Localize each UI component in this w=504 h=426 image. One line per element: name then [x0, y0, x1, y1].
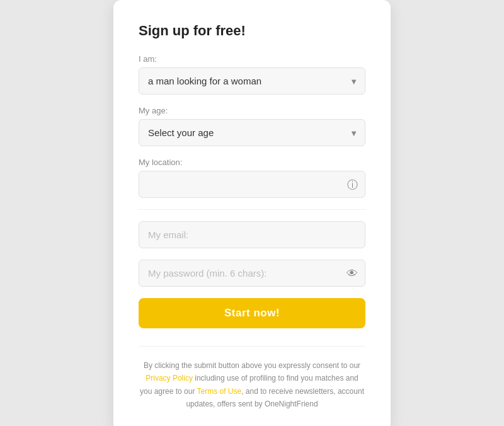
divider-1	[139, 209, 365, 210]
email-field-group	[139, 221, 365, 248]
privacy-policy-link[interactable]: Privacy Policy	[146, 374, 193, 383]
age-select[interactable]: Select your age 18 19 20 21 22 23 24 25 …	[139, 119, 365, 146]
iam-field-group: I am: a man looking for a woman a woman …	[139, 54, 365, 95]
help-icon[interactable]: ⓘ	[347, 177, 358, 192]
location-input-wrapper: ⓘ	[139, 171, 365, 198]
footer-text: By clicking the submit button above you …	[139, 346, 365, 411]
card-title: Sign up for free!	[139, 23, 365, 39]
location-input[interactable]	[139, 171, 365, 198]
start-button[interactable]: Start now!	[139, 298, 365, 328]
terms-of-use-link[interactable]: Terms of Use	[197, 387, 242, 396]
location-field-group: My location: ⓘ	[139, 158, 365, 198]
password-input[interactable]	[139, 260, 365, 287]
password-input-wrapper: 👁	[139, 260, 365, 287]
iam-select[interactable]: a man looking for a woman a woman lookin…	[139, 67, 365, 95]
age-label: My age:	[139, 106, 365, 115]
age-field-group: My age: Select your age 18 19 20 21 22 2…	[139, 106, 365, 146]
location-label: My location:	[139, 158, 365, 167]
signup-card: Sign up for free! I am: a man looking fo…	[113, 0, 391, 426]
iam-select-wrapper: a man looking for a woman a woman lookin…	[139, 67, 365, 95]
password-field-group: 👁	[139, 260, 365, 287]
email-input[interactable]	[139, 221, 365, 248]
eye-icon[interactable]: 👁	[346, 267, 358, 280]
age-select-wrapper: Select your age 18 19 20 21 22 23 24 25 …	[139, 119, 365, 146]
footer-text-before: By clicking the submit button above you …	[144, 361, 360, 370]
iam-label: I am:	[139, 54, 365, 64]
